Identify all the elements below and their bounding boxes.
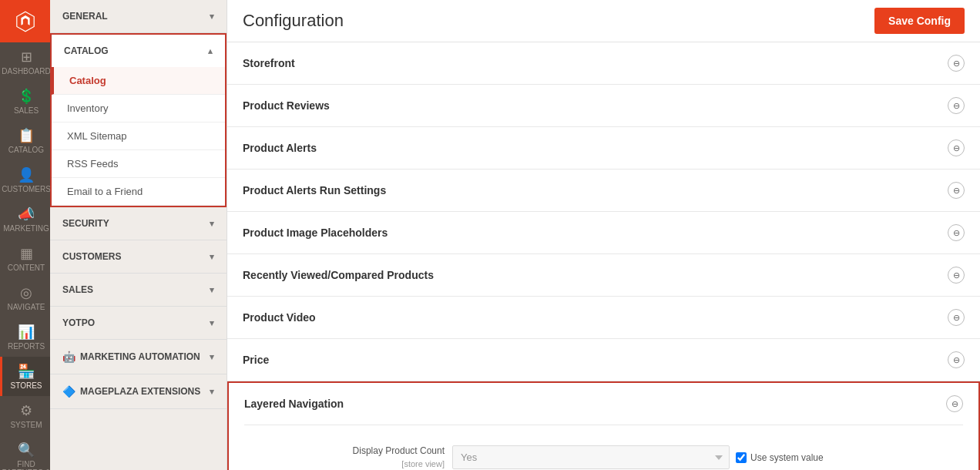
- display-product-count-control: YesNo Use system value: [452, 445, 963, 469]
- chevron-down-icon: ▾: [210, 219, 214, 229]
- collapse-recently-viewed-icon[interactable]: ⊖: [948, 267, 965, 284]
- nav-section-marketing-automation[interactable]: 🤖 MARKETING AUTOMATION ▾: [50, 340, 227, 374]
- nav-section-sales[interactable]: SALES ▾: [50, 274, 227, 307]
- sidebar-item-sales-label: SALES: [14, 106, 39, 115]
- collapse-price-icon[interactable]: ⊖: [948, 351, 965, 368]
- collapse-product-image-icon[interactable]: ⊖: [948, 224, 965, 241]
- nav-section-general[interactable]: GENERAL ▾: [50, 0, 227, 33]
- page-title: Configuration: [243, 11, 344, 31]
- form-row-display-product-count: Display Product Count [store view] YesNo…: [244, 437, 963, 470]
- display-product-count-select[interactable]: YesNo: [452, 445, 730, 469]
- mageplaza-icon: 🔷: [62, 385, 76, 398]
- collapse-storefront-icon[interactable]: ⊖: [948, 55, 965, 72]
- sales-icon: 💲: [18, 89, 35, 103]
- stores-icon: 🏪: [18, 364, 35, 378]
- collapse-layered-navigation-icon[interactable]: ⊖: [946, 395, 963, 412]
- magento-logo[interactable]: [0, 0, 50, 42]
- layered-navigation-body: Display Product Count [store view] YesNo…: [244, 425, 963, 470]
- chevron-down-icon: ▾: [210, 387, 214, 397]
- config-section-layered-navigation-header[interactable]: Layered Navigation ⊖: [244, 383, 963, 425]
- nav-section-mageplaza-label: MAGEPLAZA EXTENSIONS: [80, 386, 205, 397]
- chevron-down-icon: ▾: [210, 252, 214, 262]
- reports-icon: 📊: [18, 325, 35, 339]
- config-section-price-header[interactable]: Price ⊖: [243, 339, 965, 381]
- nav-section-catalog[interactable]: CATALOG ▴: [50, 33, 227, 67]
- system-icon: ⚙: [20, 404, 32, 418]
- sidebar-item-marketing-label: MARKETING: [3, 224, 49, 233]
- sidebar-item-system[interactable]: ⚙ SYSTEM: [0, 396, 50, 435]
- nav-item-xml-sitemap[interactable]: XML Sitemap: [52, 123, 225, 150]
- collapse-product-video-icon[interactable]: ⊖: [948, 309, 965, 326]
- nav-section-customers-label: CUSTOMERS: [62, 251, 121, 262]
- sidebar-item-find-label: FIND PARTNERS & EXTENSIONS: [2, 460, 50, 470]
- nav-section-yotpo-label: YOTPO: [62, 317, 95, 328]
- sidebar-item-stores-label: STORES: [11, 381, 42, 390]
- nav-section-security-label: SECURITY: [62, 218, 109, 229]
- chevron-down-icon: ▾: [210, 318, 214, 328]
- config-section-product-image: Product Image Placeholders ⊖: [227, 212, 980, 254]
- nav-section-marketing-automation-label: MARKETING AUTOMATION: [80, 351, 205, 362]
- sidebar-item-sales[interactable]: 💲 SALES: [0, 82, 50, 121]
- sidebar-item-find[interactable]: 🔍 FIND PARTNERS & EXTENSIONS: [0, 435, 50, 470]
- nav-section-security[interactable]: SECURITY ▾: [50, 207, 227, 240]
- sidebar-item-navigate-label: NAVIGATE: [7, 303, 45, 311]
- config-section-storefront: Storefront ⊖: [227, 42, 980, 85]
- sidebar-item-navigate[interactable]: ◎ NAVIGATE: [0, 278, 50, 317]
- chevron-down-icon: ▾: [210, 285, 214, 295]
- config-section-product-image-header[interactable]: Product Image Placeholders ⊖: [243, 212, 965, 253]
- sidebar-item-catalog[interactable]: 📋 CATALOG: [0, 121, 50, 160]
- nav-section-sales-label: SALES: [62, 284, 93, 295]
- collapse-product-alerts-run-icon[interactable]: ⊖: [948, 182, 965, 199]
- sidebar-item-dashboard[interactable]: ⊞ DASHBOARD: [0, 42, 50, 82]
- nav-section-general-label: GENERAL: [62, 11, 108, 22]
- nav-item-catalog[interactable]: Catalog: [52, 67, 225, 95]
- find-icon: 🔍: [18, 443, 35, 457]
- config-section-layered-navigation: Layered Navigation ⊖ Display Product Cou…: [227, 381, 980, 470]
- sidebar-item-marketing[interactable]: 📣 MARKETING: [0, 200, 50, 239]
- config-section-product-alerts-run-header[interactable]: Product Alerts Run Settings ⊖: [243, 170, 965, 211]
- sidebar-item-reports-label: REPORTS: [8, 342, 45, 351]
- config-section-product-alerts-header[interactable]: Product Alerts ⊖: [243, 127, 965, 169]
- nav-item-email-friend[interactable]: Email to a Friend: [52, 178, 225, 206]
- sidebar-item-dashboard-label: DASHBOARD: [2, 67, 50, 76]
- nav-section-catalog-body: Catalog Inventory XML Sitemap RSS Feeds …: [50, 67, 227, 207]
- marketing-icon: 📣: [18, 207, 35, 221]
- dashboard-icon: ⊞: [21, 50, 32, 64]
- config-section-product-reviews: Product Reviews ⊖: [227, 85, 980, 127]
- sidebar-item-customers[interactable]: 👤 CUSTOMERS: [0, 160, 50, 200]
- collapse-product-reviews-icon[interactable]: ⊖: [948, 97, 965, 114]
- config-section-storefront-header[interactable]: Storefront ⊖: [243, 42, 965, 84]
- sidebar-item-reports[interactable]: 📊 REPORTS: [0, 317, 50, 357]
- save-config-button[interactable]: Save Config: [874, 8, 965, 34]
- chevron-down-icon: ▾: [210, 12, 214, 22]
- navigate-icon: ◎: [20, 286, 32, 300]
- sidebar-item-content[interactable]: ▦ CONTENT: [0, 239, 50, 278]
- sidebar-item-system-label: SYSTEM: [10, 421, 42, 429]
- content-area: Storefront ⊖ Product Reviews ⊖ Product A…: [227, 42, 980, 470]
- sidebar-item-catalog-label: CATALOG: [8, 146, 44, 154]
- content-icon: ▦: [20, 247, 33, 260]
- main-area: Configuration Save Config Storefront ⊖ P…: [227, 0, 980, 470]
- config-section-product-reviews-header[interactable]: Product Reviews ⊖: [243, 85, 965, 126]
- chevron-up-icon: ▴: [208, 46, 213, 56]
- display-product-count-checkbox[interactable]: [736, 452, 747, 463]
- chevron-down-icon: ▾: [210, 352, 214, 362]
- nav-item-rss-feeds[interactable]: RSS Feeds: [52, 150, 225, 178]
- nav-section-yotpo[interactable]: YOTPO ▾: [50, 307, 227, 340]
- sidebar-item-content-label: CONTENT: [8, 264, 45, 272]
- customers-icon: 👤: [18, 168, 35, 182]
- display-product-count-system-value: Use system value: [736, 452, 824, 463]
- nav-item-inventory[interactable]: Inventory: [52, 95, 225, 123]
- nav-section-mageplaza[interactable]: 🔷 MAGEPLAZA EXTENSIONS ▾: [50, 374, 227, 409]
- icon-sidebar: ⊞ DASHBOARD 💲 SALES 📋 CATALOG 👤 CUSTOMER…: [0, 0, 50, 470]
- config-section-price: Price ⊖: [227, 339, 980, 381]
- config-section-product-video-header[interactable]: Product Video ⊖: [243, 297, 965, 338]
- config-section-product-alerts: Product Alerts ⊖: [227, 127, 980, 170]
- nav-section-customers[interactable]: CUSTOMERS ▾: [50, 240, 227, 274]
- config-section-recently-viewed-header[interactable]: Recently Viewed/Compared Products ⊖: [243, 254, 965, 296]
- config-section-product-alerts-run: Product Alerts Run Settings ⊖: [227, 170, 980, 212]
- marketing-automation-icon: 🤖: [62, 351, 76, 363]
- sidebar-item-stores[interactable]: 🏪 STORES: [0, 357, 50, 396]
- collapse-product-alerts-icon[interactable]: ⊖: [948, 139, 965, 156]
- catalog-icon: 📋: [18, 129, 35, 143]
